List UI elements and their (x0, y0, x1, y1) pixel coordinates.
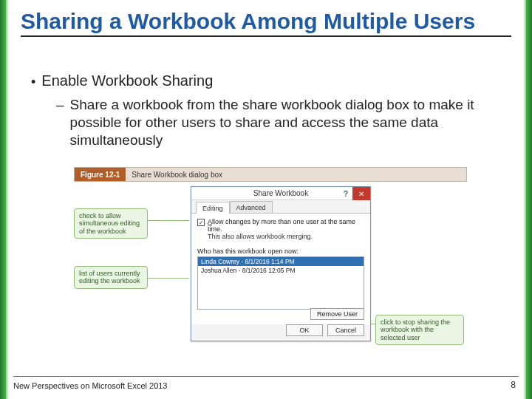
footer-divider (13, 376, 519, 377)
list-item[interactable]: Linda Cowrey - 8/1/2016 1:14 PM (198, 257, 364, 266)
callout-allow-editing: check to allow simultaneous editing of t… (74, 208, 148, 239)
figure-wrap: Figure 12-1 Share Workbook dialog box ch… (74, 167, 467, 346)
dialog-tabs: Editing Advanced (191, 200, 370, 214)
callout-leader-1 (148, 220, 189, 221)
bullet2-text: Share a workbook from the share workbook… (70, 96, 484, 149)
help-icon[interactable]: ? (339, 187, 352, 200)
footer-text: New Perspectives on Microsoft Excel 2013 (13, 381, 167, 390)
allow-changes-row: ✓ Allow changes by more than one user at… (197, 218, 364, 233)
tab-editing[interactable]: Editing (196, 202, 230, 214)
callout-leader-2 (148, 278, 189, 279)
figure-body: check to allow simultaneous editing of t… (74, 186, 467, 346)
slide-title: Sharing a Workbook Among Multiple Users (21, 9, 511, 37)
left-border-inner (6, 0, 9, 399)
dialog-title: Share Workbook (253, 189, 308, 197)
ok-button[interactable]: OK (286, 324, 323, 336)
allow-changes-checkbox[interactable]: ✓ (197, 219, 205, 226)
callout-remove-user: click to stop sharing the workbook with … (375, 315, 464, 345)
remove-user-button[interactable]: Remove User (310, 308, 364, 320)
allow-changes-text: llow changes by more than one user at th… (208, 218, 355, 233)
user-list[interactable]: Linda Cowrey - 8/1/2016 1:14 PM Joshua A… (197, 256, 364, 310)
allow-changes-note: This also allows workbook merging. (208, 233, 364, 240)
page-number: 8 (511, 380, 516, 390)
bullet1-text: Enable Workbook Sharing (41, 72, 213, 92)
bullet-level-1: • Enable Workbook Sharing (31, 72, 510, 92)
right-border-inner (523, 0, 526, 399)
list-item[interactable]: Joshua Allen - 8/1/2016 12:05 PM (198, 266, 364, 275)
bullet-dot: • (31, 72, 35, 92)
left-border-outer (0, 0, 6, 399)
right-border-outer (526, 0, 532, 399)
close-icon[interactable]: ✕ (352, 187, 370, 200)
bullet-level-2: – Share a workbook from the share workbo… (56, 96, 510, 149)
allow-changes-label: Allow changes by more than one user at t… (208, 218, 364, 233)
tab-advanced[interactable]: Advanced (230, 201, 273, 213)
bullet-dash: – (56, 96, 64, 149)
figure-number: Figure 12-1 (75, 168, 126, 181)
dialog-button-row: OK Cancel (286, 324, 364, 336)
cancel-button[interactable]: Cancel (327, 324, 364, 336)
body-content: • Enable Workbook Sharing – Share a work… (31, 72, 510, 149)
dialog-titlebar: Share Workbook ? ✕ (191, 187, 370, 200)
share-workbook-dialog: Share Workbook ? ✕ Editing Advanced ✓ Al… (191, 186, 371, 341)
callout-user-list: list of users currently editing the work… (74, 266, 148, 289)
figure-caption: Share Workbook dialog box (126, 168, 228, 181)
figure-caption-bar: Figure 12-1 Share Workbook dialog box (74, 167, 467, 182)
who-has-open-label: Who has this workbook open now: (197, 248, 364, 255)
